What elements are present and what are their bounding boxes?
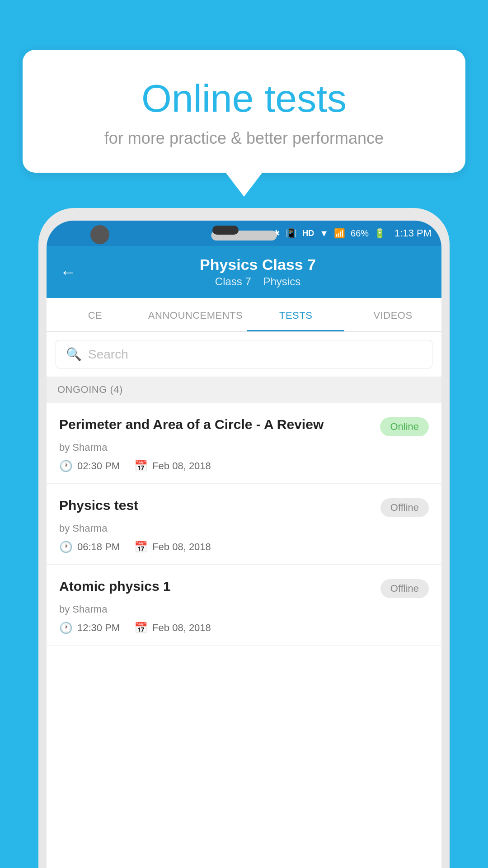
battery-icon: 🔋 bbox=[374, 228, 385, 239]
test-time: 02:30 PM bbox=[77, 460, 120, 472]
test-author: by Sharma bbox=[59, 604, 429, 615]
bubble-subtitle: for more practice & better performance bbox=[54, 129, 434, 148]
phone-screen: ✱ 📳 HD ▼ 📶 66% 🔋 1:13 PM ← Physics Class… bbox=[47, 221, 441, 868]
header-title: Physics Class 7 bbox=[88, 256, 428, 274]
header-class: Class 7 bbox=[215, 275, 251, 288]
test-date-item: 📅 Feb 08, 2018 bbox=[134, 622, 211, 634]
battery-level: 66% bbox=[351, 228, 369, 239]
test-date-item: 📅 Feb 08, 2018 bbox=[134, 541, 211, 553]
status-badge: Offline bbox=[380, 579, 429, 598]
test-date: Feb 08, 2018 bbox=[152, 541, 211, 553]
search-bar[interactable]: 🔍 Search bbox=[56, 340, 432, 368]
list-item[interactable]: Atomic physics 1 Offline by Sharma 🕐 12:… bbox=[47, 565, 441, 646]
test-date-item: 📅 Feb 08, 2018 bbox=[134, 460, 211, 472]
wifi-icon: ▼ bbox=[319, 228, 328, 239]
test-date: Feb 08, 2018 bbox=[152, 460, 211, 472]
tab-videos[interactable]: VIDEOS bbox=[344, 298, 441, 331]
test-item-header: Perimeter and Area of a Circle - A Revie… bbox=[59, 415, 429, 436]
test-meta: 🕐 02:30 PM 📅 Feb 08, 2018 bbox=[59, 460, 429, 472]
list-item[interactable]: Physics test Offline by Sharma 🕐 06:18 P… bbox=[47, 484, 441, 565]
speech-bubble-wrapper: Online tests for more practice & better … bbox=[23, 50, 465, 197]
calendar-icon: 📅 bbox=[134, 541, 148, 553]
back-button[interactable]: ← bbox=[60, 263, 76, 282]
phone-camera bbox=[90, 225, 109, 244]
calendar-icon: 📅 bbox=[134, 622, 148, 634]
tab-announcements[interactable]: ANNOUNCEMENTS bbox=[144, 298, 247, 331]
calendar-icon: 📅 bbox=[134, 460, 148, 472]
test-name: Perimeter and Area of a Circle - A Revie… bbox=[59, 415, 380, 433]
status-badge: Offline bbox=[380, 498, 429, 517]
test-time-item: 🕐 02:30 PM bbox=[59, 460, 120, 472]
vibrate-icon: 📳 bbox=[286, 228, 297, 239]
test-time-item: 🕐 06:18 PM bbox=[59, 541, 120, 553]
bubble-title: Online tests bbox=[54, 77, 434, 120]
phone-home-sensor bbox=[212, 226, 239, 235]
test-meta: 🕐 12:30 PM 📅 Feb 08, 2018 bbox=[59, 622, 429, 634]
header-subject: Physics bbox=[263, 275, 301, 288]
app-header: ← Physics Class 7 Class 7 Physics bbox=[47, 246, 441, 298]
test-item-header: Atomic physics 1 Offline bbox=[59, 577, 429, 598]
tab-ce[interactable]: CE bbox=[47, 298, 144, 331]
speech-bubble: Online tests for more practice & better … bbox=[23, 50, 465, 173]
clock-icon: 🕐 bbox=[59, 541, 73, 553]
test-time: 12:30 PM bbox=[77, 622, 120, 634]
header-title-block: Physics Class 7 Class 7 Physics bbox=[88, 256, 428, 288]
status-icons: ✱ 📳 HD ▼ 📶 66% 🔋 1:13 PM bbox=[272, 227, 432, 239]
phone-wrapper: ✱ 📳 HD ▼ 📶 66% 🔋 1:13 PM ← Physics Class… bbox=[38, 208, 450, 868]
test-name: Atomic physics 1 bbox=[59, 577, 380, 595]
test-time-item: 🕐 12:30 PM bbox=[59, 622, 120, 634]
test-author: by Sharma bbox=[59, 442, 429, 453]
list-item[interactable]: Perimeter and Area of a Circle - A Revie… bbox=[47, 403, 441, 484]
status-badge: Online bbox=[380, 417, 429, 436]
test-meta: 🕐 06:18 PM 📅 Feb 08, 2018 bbox=[59, 541, 429, 553]
tab-tests[interactable]: TESTS bbox=[247, 298, 344, 331]
clock-icon: 🕐 bbox=[59, 622, 73, 634]
test-date: Feb 08, 2018 bbox=[152, 622, 211, 634]
status-time: 1:13 PM bbox=[394, 227, 432, 239]
signal-icon: 📶 bbox=[334, 228, 345, 239]
clock-icon: 🕐 bbox=[59, 460, 73, 472]
bubble-tail bbox=[225, 172, 263, 197]
section-title: ONGOING (4) bbox=[57, 384, 123, 395]
search-placeholder: Search bbox=[88, 347, 128, 362]
test-list: Perimeter and Area of a Circle - A Revie… bbox=[47, 403, 441, 646]
section-header: ONGOING (4) bbox=[47, 377, 441, 403]
test-item-header: Physics test Offline bbox=[59, 496, 429, 517]
header-subtitle: Class 7 Physics bbox=[88, 275, 428, 288]
search-bar-wrapper: 🔍 Search bbox=[47, 332, 441, 377]
tabs-bar: CE ANNOUNCEMENTS TESTS VIDEOS bbox=[47, 298, 441, 332]
search-icon: 🔍 bbox=[66, 347, 82, 362]
test-time: 06:18 PM bbox=[77, 541, 120, 553]
test-author: by Sharma bbox=[59, 523, 429, 534]
hd-icon: HD bbox=[302, 229, 314, 238]
test-name: Physics test bbox=[59, 496, 380, 514]
phone-outer: ✱ 📳 HD ▼ 📶 66% 🔋 1:13 PM ← Physics Class… bbox=[38, 208, 450, 868]
